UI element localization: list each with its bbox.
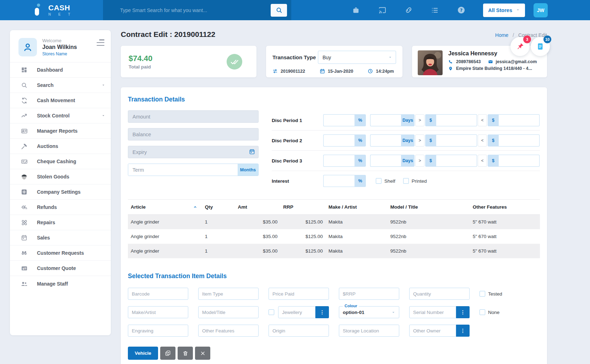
sidebar-item-cheque-cashing[interactable]: Cheque Cashing xyxy=(10,154,111,169)
sidebar-item-cash-movement[interactable]: Cash Movement xyxy=(10,93,111,108)
list-icon[interactable] xyxy=(431,6,439,15)
customer-email[interactable]: jessica@gmail.com xyxy=(496,59,537,64)
sidebar-collapse-icon[interactable] xyxy=(96,39,104,46)
link-icon[interactable] xyxy=(404,6,413,15)
chevron-down-icon xyxy=(388,55,392,59)
jewellery-checkbox[interactable] xyxy=(269,309,274,315)
breadcrumb-home[interactable]: Home xyxy=(495,32,508,38)
disc3-amount-to-input[interactable] xyxy=(499,155,540,167)
store-selector[interactable]: All Stores xyxy=(483,4,525,17)
chevron-down-icon xyxy=(516,7,520,13)
cast-icon[interactable] xyxy=(378,6,386,15)
dashboard-icon xyxy=(21,66,28,73)
colour-select[interactable]: Colour option-01 xyxy=(339,306,399,318)
amount-input[interactable] xyxy=(128,110,259,123)
help-icon[interactable]: ? xyxy=(457,6,465,15)
search-button[interactable] xyxy=(271,4,287,17)
tested-checkbox[interactable]: Tested xyxy=(480,291,519,297)
documents-button[interactable]: 10 xyxy=(531,37,550,56)
disc3-percent-input[interactable] xyxy=(323,155,354,167)
term-field: Months xyxy=(128,164,259,176)
table-row[interactable]: Angle grinder1 $35.00$125.00 Makita9522n… xyxy=(128,215,540,230)
pinned-items-button[interactable]: 3 xyxy=(510,37,530,56)
disc2-percent-input[interactable] xyxy=(323,134,354,147)
rrp-input[interactable] xyxy=(339,288,399,300)
sidebar-item-repairs[interactable]: Repairs xyxy=(10,215,111,230)
term-input[interactable] xyxy=(128,164,238,176)
sidebar-item-stock-control[interactable]: Stock Control xyxy=(10,108,111,123)
disc3-days-input[interactable] xyxy=(370,155,401,167)
stores-name-link[interactable]: Stores Name xyxy=(42,51,96,56)
vehicle-button[interactable]: Vehicle xyxy=(128,347,158,360)
sidebar-item-search[interactable]: Search xyxy=(10,78,111,93)
table-row[interactable]: Angle grinder1 $35.00$125.00 Makita9522n… xyxy=(128,229,540,244)
sidebar-item-company-settings[interactable]: Company Settings xyxy=(10,184,111,200)
user-avatar[interactable]: JW xyxy=(534,3,548,17)
jewellery-more-button[interactable]: ⋮ xyxy=(315,306,329,318)
sidebar-item-manager-reports[interactable]: Manager Reports xyxy=(10,123,111,139)
item-type-input[interactable] xyxy=(198,288,259,300)
manage-staff-users-icon xyxy=(21,280,28,287)
transaction-type-value: Buy xyxy=(323,55,331,60)
interest-input[interactable] xyxy=(323,175,354,187)
table-row[interactable]: Angle grinder1 $35.00$125.00 Makita9522n… xyxy=(128,244,540,258)
disc2-days-input[interactable] xyxy=(370,134,401,147)
welcome-text: Welcome xyxy=(42,38,96,43)
briefcase-icon[interactable] xyxy=(352,6,360,15)
auctions-gavel-icon xyxy=(21,143,28,150)
disc1-amount-to-input[interactable] xyxy=(499,114,540,126)
customer-phone[interactable]: 2089786543 xyxy=(456,59,481,64)
disc1-days-input[interactable] xyxy=(370,114,401,126)
delete-item-button[interactable] xyxy=(178,347,193,360)
sidebar-item-customer-requests[interactable]: Customer Requests xyxy=(10,246,111,261)
transaction-type-select[interactable]: Buy xyxy=(318,51,396,64)
search-icon xyxy=(276,7,282,13)
sidebar-item-dashboard[interactable]: Dashboard xyxy=(10,62,111,78)
copy-item-button[interactable] xyxy=(160,347,175,360)
transaction-details-heading: Transaction Details xyxy=(128,96,540,103)
sidebar-item-customer-quote[interactable]: $ Customer Quote xyxy=(10,261,111,276)
model-title-input[interactable] xyxy=(198,306,259,318)
sidebar-item-manage-staff[interactable]: Manage Staff xyxy=(10,276,111,291)
close-item-button[interactable] xyxy=(195,347,210,360)
expiry-input[interactable] xyxy=(128,146,259,158)
other-owner-more-button[interactable]: ⋮ xyxy=(456,325,470,337)
none-checkbox[interactable]: None xyxy=(480,309,519,315)
serial-number-input[interactable] xyxy=(409,306,456,318)
disc1-amount-from-input[interactable] xyxy=(436,114,477,126)
engraving-input[interactable] xyxy=(128,325,188,337)
make-artist-input[interactable] xyxy=(128,306,188,318)
customer-address: Empire State Building 1418/440 - 4... xyxy=(456,66,532,71)
months-suffix: Months xyxy=(238,164,258,176)
brand-logo[interactable]: CASH N E T xyxy=(0,0,103,20)
search-input[interactable] xyxy=(120,7,271,13)
svg-text:?: ? xyxy=(460,7,462,13)
origin-input[interactable] xyxy=(269,325,329,337)
disc2-amount-from-input[interactable] xyxy=(436,134,477,147)
top-navbar: CASH N E T ? All Stores xyxy=(0,0,590,20)
serial-more-button[interactable]: ⋮ xyxy=(456,306,470,318)
other-features-input[interactable] xyxy=(198,325,259,337)
disc-period-2-row: Disc Period 2 % Days > $ < $ xyxy=(272,131,540,151)
other-owner-input[interactable] xyxy=(409,325,456,337)
sidebar-item-stolen-goods[interactable]: Stolen Goods xyxy=(10,169,111,184)
shelf-checkbox[interactable]: Shelf xyxy=(376,178,395,184)
sidebar-item-auctions[interactable]: Auctions xyxy=(10,139,111,154)
sidebar-item-refunds[interactable]: Refunds xyxy=(10,200,111,215)
printed-checkbox[interactable]: Printed xyxy=(403,178,427,184)
disc3-amount-from-input[interactable] xyxy=(436,155,477,167)
storage-location-input[interactable] xyxy=(339,325,399,337)
calendar-icon[interactable] xyxy=(249,149,255,156)
copy-icon xyxy=(165,350,171,356)
disc2-amount-to-input[interactable] xyxy=(499,134,540,147)
sidebar-item-sales[interactable]: Sales xyxy=(10,230,111,246)
price-paid-input[interactable] xyxy=(269,288,329,300)
stolen-goods-burglar-icon xyxy=(21,173,28,180)
balance-input[interactable] xyxy=(128,128,259,140)
jewellery-input[interactable] xyxy=(278,306,315,318)
sort-ascending-icon[interactable] xyxy=(193,205,197,209)
store-selector-label: All Stores xyxy=(488,7,512,13)
quantity-input[interactable] xyxy=(409,288,470,300)
barcode-input[interactable] xyxy=(128,288,188,300)
disc1-percent-input[interactable] xyxy=(323,114,354,126)
